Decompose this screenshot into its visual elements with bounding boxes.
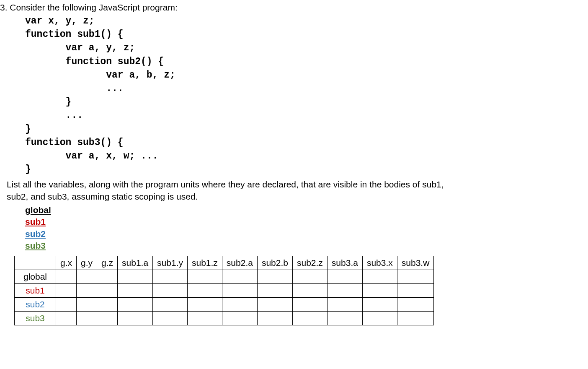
- cell: [397, 284, 434, 298]
- col-sub3x: sub3.x: [362, 256, 397, 270]
- cell: [327, 298, 362, 312]
- code-line: }: [25, 124, 31, 135]
- cell: [257, 284, 292, 298]
- col-gy: g.y: [77, 256, 97, 270]
- cell: [77, 312, 97, 325]
- cell: [153, 284, 188, 298]
- cell: [362, 284, 397, 298]
- scope-sub2: sub2: [25, 228, 588, 240]
- question-number: 3.: [0, 3, 10, 12]
- cell: [97, 298, 118, 312]
- cell: [187, 270, 222, 284]
- visibility-table: g.x g.y g.z sub1.a sub1.y sub1.z sub2.a …: [14, 256, 434, 325]
- code-line: }: [25, 96, 71, 107]
- col-sub1a: sub1.a: [118, 256, 153, 270]
- table-row: sub3: [15, 312, 434, 325]
- cell: [257, 270, 292, 284]
- code-line: var a, y, z;: [25, 42, 135, 53]
- table-corner: [15, 256, 56, 270]
- row-sub1: sub1: [15, 284, 56, 298]
- cell: [222, 284, 257, 298]
- row-sub3: sub3: [15, 312, 56, 325]
- scope-list: global sub1 sub2 sub3: [25, 204, 588, 252]
- cell: [362, 270, 397, 284]
- cell: [292, 298, 327, 312]
- question-intro: 3. Consider the following JavaScript pro…: [0, 3, 588, 13]
- followup-line1: List all the variables, along with the p…: [7, 179, 444, 189]
- cell: [118, 312, 153, 325]
- code-line: var x, y, z;: [25, 16, 95, 26]
- scope-sub1: sub1: [25, 216, 588, 228]
- cell: [153, 298, 188, 312]
- cell: [56, 298, 77, 312]
- cell: [187, 312, 222, 325]
- code-block: var x, y, z; function sub1() { var a, y,…: [25, 14, 588, 176]
- cell: [77, 284, 97, 298]
- cell: [397, 312, 434, 325]
- cell: [56, 270, 77, 284]
- code-line: function sub1() {: [25, 29, 124, 40]
- col-sub1y: sub1.y: [153, 256, 188, 270]
- followup-text: List all the variables, along with the p…: [7, 179, 588, 203]
- cell: [327, 270, 362, 284]
- cell: [56, 312, 77, 325]
- cell: [397, 270, 434, 284]
- cell: [56, 284, 77, 298]
- table-row: global: [15, 270, 434, 284]
- col-sub2z: sub2.z: [292, 256, 327, 270]
- col-sub2a: sub2.a: [222, 256, 257, 270]
- col-sub3w: sub3.w: [397, 256, 434, 270]
- cell: [257, 298, 292, 312]
- cell: [362, 298, 397, 312]
- question-text: Consider the following JavaScript progra…: [10, 3, 177, 12]
- cell: [97, 284, 118, 298]
- cell: [118, 270, 153, 284]
- cell: [292, 270, 327, 284]
- table-header-row: g.x g.y g.z sub1.a sub1.y sub1.z sub2.a …: [15, 256, 434, 270]
- cell: [97, 270, 118, 284]
- col-sub2b: sub2.b: [257, 256, 292, 270]
- cell: [97, 312, 118, 325]
- cell: [153, 270, 188, 284]
- col-gz: g.z: [97, 256, 118, 270]
- table-row: sub1: [15, 284, 434, 298]
- cell: [327, 312, 362, 325]
- row-sub2: sub2: [15, 298, 56, 312]
- cell: [327, 284, 362, 298]
- code-line: var a, b, z;: [25, 70, 175, 81]
- code-line: ...: [25, 110, 83, 121]
- cell: [187, 298, 222, 312]
- cell: [292, 284, 327, 298]
- code-line: function sub3() {: [25, 137, 124, 148]
- scope-global: global: [25, 204, 588, 216]
- col-sub3a: sub3.a: [327, 256, 362, 270]
- code-line: ...: [25, 83, 124, 94]
- col-gx: g.x: [56, 256, 77, 270]
- code-line: }: [25, 164, 31, 175]
- cell: [187, 284, 222, 298]
- cell: [222, 298, 257, 312]
- cell: [77, 298, 97, 312]
- table-row: sub2: [15, 298, 434, 312]
- cell: [222, 270, 257, 284]
- cell: [292, 312, 327, 325]
- cell: [118, 284, 153, 298]
- code-line: function sub2() {: [25, 56, 164, 67]
- col-sub1z: sub1.z: [187, 256, 222, 270]
- scope-sub3: sub3: [25, 240, 588, 252]
- row-global: global: [15, 270, 56, 284]
- cell: [77, 270, 97, 284]
- followup-line2: sub2, and sub3, assuming static scoping …: [7, 192, 198, 201]
- cell: [397, 298, 434, 312]
- cell: [153, 312, 188, 325]
- cell: [362, 312, 397, 325]
- code-line: var a, x, w; ...: [25, 151, 158, 161]
- cell: [222, 312, 257, 325]
- cell: [118, 298, 153, 312]
- cell: [257, 312, 292, 325]
